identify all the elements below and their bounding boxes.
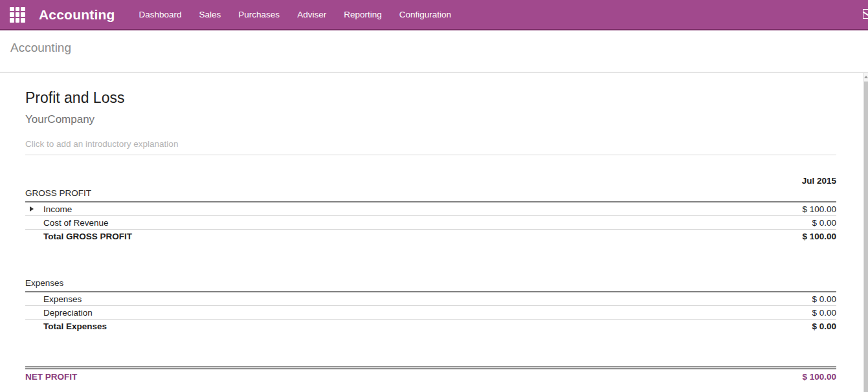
row-value: $ 0.00: [812, 321, 836, 331]
row-label: Income: [43, 204, 72, 214]
row-value: $ 100.00: [802, 232, 836, 241]
table-row-income[interactable]: Income $ 100.00: [25, 202, 836, 216]
row-label: Total GROSS PROFIT: [43, 232, 132, 241]
section-header: GROSS PROFIT: [25, 189, 836, 202]
table-row-total-expenses: Total Expenses $ 0.00: [25, 320, 836, 333]
report-page: Profit and Loss YourCompany Click to add…: [0, 72, 868, 382]
vertical-scrollbar[interactable]: [863, 73, 868, 392]
table-row-depreciation: Depreciation $ 0.00: [25, 306, 836, 320]
row-label: Expenses: [43, 294, 82, 304]
intro-explanation-placeholder[interactable]: Click to add an introductory explanation: [25, 139, 836, 155]
truncated-right-icon: [863, 9, 868, 19]
table-row-expenses: Expenses $ 0.00: [25, 292, 836, 306]
period-column-header: Jul 2015: [25, 175, 836, 187]
menu-item-sales[interactable]: Sales: [199, 10, 221, 19]
table-row-total-gross-profit: Total GROSS PROFIT $ 100.00: [25, 230, 836, 243]
breadcrumb-bar: Accounting: [0, 30, 868, 72]
menu-item-purchases[interactable]: Purchases: [238, 10, 280, 19]
menu-item-dashboard[interactable]: Dashboard: [139, 10, 182, 19]
expand-caret-icon[interactable]: [30, 206, 34, 212]
row-label: Depreciation: [43, 308, 93, 318]
net-profit-label: NET PROFIT: [25, 372, 77, 382]
row-label: Cost of Revenue: [43, 218, 109, 228]
menu-item-adviser[interactable]: Adviser: [297, 10, 326, 19]
row-value: $ 0.00: [812, 308, 836, 318]
row-label: Total Expenses: [43, 321, 107, 331]
scrollbar-thumb[interactable]: [864, 82, 868, 392]
scroll-up-arrow-icon[interactable]: [864, 76, 868, 78]
section-header: Expenses: [25, 279, 836, 292]
top-menu: Dashboard Sales Purchases Adviser Report…: [139, 10, 452, 19]
row-value: $ 0.00: [812, 218, 836, 228]
company-name: YourCompany: [25, 113, 836, 126]
row-value: $ 100.00: [802, 204, 836, 214]
top-navbar: Accounting Dashboard Sales Purchases Adv…: [0, 0, 868, 30]
breadcrumb[interactable]: Accounting: [10, 41, 71, 55]
menu-item-reporting[interactable]: Reporting: [344, 10, 382, 19]
net-profit-row: NET PROFIT $ 100.00: [25, 366, 836, 382]
section-expenses: Expenses Expenses $ 0.00 Depreciation $ …: [25, 279, 836, 333]
apps-grid-icon[interactable]: [10, 7, 25, 23]
table-row-cost-of-revenue: Cost of Revenue $ 0.00: [25, 216, 836, 230]
app-brand-title[interactable]: Accounting: [39, 7, 115, 23]
menu-item-configuration[interactable]: Configuration: [399, 10, 451, 19]
page-title: Profit and Loss: [25, 89, 836, 107]
section-gross-profit: GROSS PROFIT Income $ 100.00 Cost of Rev…: [25, 189, 836, 243]
row-value: $ 0.00: [812, 294, 836, 304]
net-profit-value: $ 100.00: [802, 372, 836, 382]
